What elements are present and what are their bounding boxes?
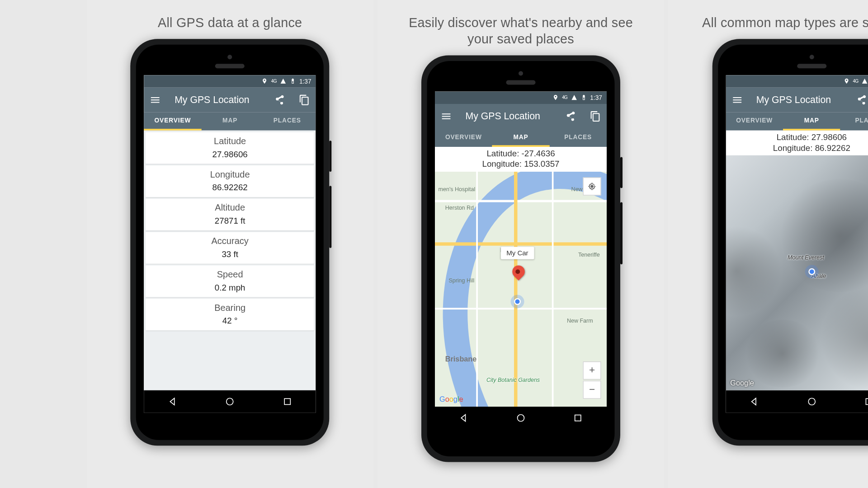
map-poi: Herston Rd bbox=[445, 205, 474, 211]
location-icon bbox=[843, 78, 849, 84]
menu-icon[interactable] bbox=[150, 94, 161, 105]
home-icon[interactable] bbox=[807, 396, 817, 407]
tab-overview[interactable]: OVERVIEW bbox=[726, 112, 783, 130]
tab-places[interactable]: PLACES bbox=[840, 112, 868, 130]
map-poi: Teneriffe bbox=[578, 252, 600, 258]
svg-point-4 bbox=[808, 398, 815, 405]
share-icon[interactable] bbox=[274, 94, 285, 105]
google-logo: Google bbox=[439, 394, 463, 403]
map-canvas-satellite[interactable]: Mount Everest Ahale + − Google bbox=[726, 155, 868, 390]
zoom-out-button[interactable]: − bbox=[583, 380, 601, 399]
share-icon[interactable] bbox=[856, 94, 867, 105]
google-logo: Google bbox=[730, 378, 754, 387]
menu-icon[interactable] bbox=[441, 110, 452, 122]
svg-rect-3 bbox=[575, 415, 581, 421]
list-item: Speed0.2 mph bbox=[146, 265, 314, 297]
phone-frame: 4G 1:37 My GPS Location OVERVIEW MAP bbox=[421, 55, 620, 462]
list-item: Longitude86.92262 bbox=[146, 165, 314, 197]
android-nav-bar bbox=[144, 390, 316, 413]
battery-icon bbox=[290, 78, 296, 84]
phone-frame: 4G 1:37 My GPS Location OVERVIEW MAP bbox=[131, 39, 330, 446]
home-icon[interactable] bbox=[225, 396, 235, 407]
tab-overview[interactable]: OVERVIEW bbox=[144, 112, 202, 130]
menu-icon[interactable] bbox=[731, 94, 743, 105]
caption-1: All GPS data at a glance bbox=[135, 0, 325, 39]
network-label: 4G bbox=[562, 95, 567, 100]
android-nav-bar bbox=[435, 406, 607, 429]
network-label: 4G bbox=[271, 79, 277, 84]
app-title: My GPS Location bbox=[175, 94, 260, 105]
signal-icon bbox=[862, 78, 868, 84]
status-bar: 4G 1:37 bbox=[435, 91, 607, 104]
overview-list[interactable]: Latitude27.98606 Longitude86.92262 Altit… bbox=[144, 130, 316, 390]
app-title: My GPS Location bbox=[466, 110, 552, 122]
tab-map[interactable]: MAP bbox=[201, 112, 259, 130]
battery-icon bbox=[580, 94, 587, 101]
status-bar: 4G 1:37 bbox=[144, 75, 316, 88]
marker-label[interactable]: My Car bbox=[501, 247, 534, 259]
caption-3: All common map types are supported bbox=[679, 0, 868, 39]
recents-icon[interactable] bbox=[864, 396, 868, 407]
promo-panel-3: All common map types are supported 4G 1:… bbox=[669, 0, 868, 488]
tab-places[interactable]: PLACES bbox=[259, 112, 316, 130]
tab-bar: OVERVIEW MAP PLACES bbox=[726, 112, 868, 130]
copy-icon[interactable] bbox=[299, 94, 310, 105]
signal-icon bbox=[571, 94, 577, 101]
promo-panel-1: All GPS data at a glance 4G 1:37 My GPS … bbox=[87, 0, 373, 488]
zoom-in-button[interactable]: + bbox=[583, 361, 601, 379]
list-item: Bearing42 ° bbox=[146, 299, 314, 330]
tab-map[interactable]: MAP bbox=[492, 128, 550, 146]
app-toolbar: My GPS Location bbox=[144, 87, 316, 112]
back-icon[interactable] bbox=[749, 396, 760, 407]
map-poi: New Farm bbox=[567, 317, 593, 324]
map-canvas[interactable]: men's Hospital Herston Rd Spring Hill Fo… bbox=[435, 172, 607, 406]
status-time: 1:37 bbox=[299, 78, 311, 84]
map-poi: Brisbane bbox=[445, 355, 477, 363]
list-item: Altitude27871 ft bbox=[146, 199, 314, 230]
network-label: 4G bbox=[853, 79, 858, 84]
svg-rect-5 bbox=[866, 399, 868, 404]
share-icon[interactable] bbox=[565, 110, 576, 122]
location-icon bbox=[552, 94, 559, 101]
svg-rect-1 bbox=[284, 399, 290, 404]
app-toolbar: My GPS Location bbox=[435, 103, 607, 128]
status-bar: 4G 1:37 bbox=[726, 75, 868, 88]
recents-icon[interactable] bbox=[282, 396, 292, 407]
svg-point-2 bbox=[517, 414, 524, 421]
back-icon[interactable] bbox=[168, 396, 178, 407]
app-title: My GPS Location bbox=[756, 94, 842, 105]
android-nav-bar bbox=[726, 390, 868, 413]
copy-icon[interactable] bbox=[590, 110, 601, 122]
my-location-dot bbox=[808, 268, 815, 275]
promo-panel-2: Easily discover what's nearby and see yo… bbox=[377, 0, 664, 488]
map-poi: men's Hospital bbox=[439, 186, 476, 192]
coordinates-readout: Latitude: 27.98606 Longitude: 86.92262 bbox=[726, 130, 868, 155]
map-poi: City Botanic Gardens bbox=[486, 377, 540, 383]
tab-bar: OVERVIEW MAP PLACES bbox=[144, 112, 316, 130]
list-item: Accuracy33 ft bbox=[146, 232, 314, 263]
recents-icon[interactable] bbox=[573, 413, 583, 423]
signal-icon bbox=[280, 78, 286, 84]
coordinates-readout: Latitude: -27.4636 Longitude: 153.0357 bbox=[435, 146, 607, 172]
caption-2: Easily discover what's nearby and see yo… bbox=[377, 0, 664, 55]
status-time: 1:37 bbox=[590, 94, 602, 101]
location-icon bbox=[262, 78, 268, 84]
back-icon[interactable] bbox=[458, 413, 469, 423]
map-poi: Mount Everest bbox=[788, 254, 824, 260]
tab-bar: OVERVIEW MAP PLACES bbox=[435, 128, 607, 146]
app-toolbar: My GPS Location bbox=[726, 87, 868, 112]
list-item: Latitude27.98606 bbox=[146, 132, 314, 164]
map-poi: Spring Hill bbox=[448, 277, 474, 284]
home-icon[interactable] bbox=[516, 413, 526, 423]
tab-places[interactable]: PLACES bbox=[549, 128, 607, 146]
tab-overview[interactable]: OVERVIEW bbox=[435, 128, 492, 146]
svg-point-0 bbox=[226, 398, 233, 405]
tab-map[interactable]: MAP bbox=[783, 112, 840, 130]
phone-frame: 4G 1:37 My GPS Location OVERVIEW MAP bbox=[712, 39, 868, 446]
my-location-button[interactable] bbox=[583, 178, 601, 196]
